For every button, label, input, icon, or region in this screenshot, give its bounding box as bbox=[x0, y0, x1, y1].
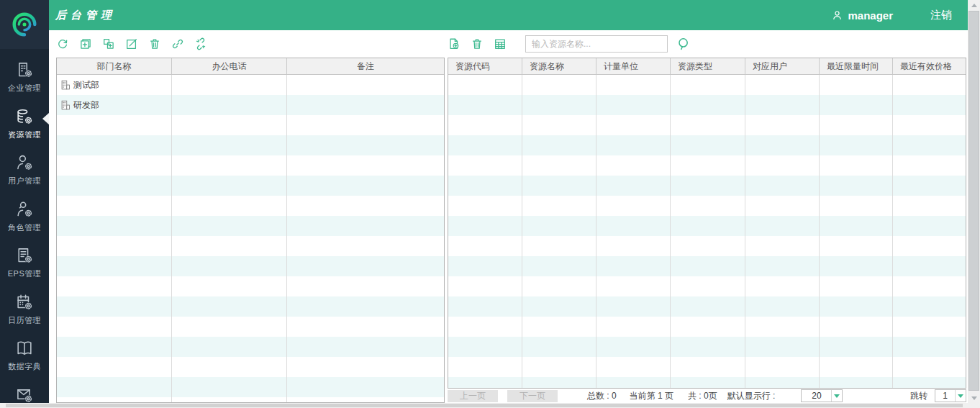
sidebar-item-label: 企业管理 bbox=[8, 83, 41, 94]
username[interactable]: manager bbox=[848, 9, 893, 22]
sidebar-item-label: 数据字典 bbox=[8, 361, 41, 372]
swirl-logo-icon bbox=[9, 9, 40, 40]
search-icon[interactable] bbox=[676, 37, 691, 51]
pagination-bar: 上一页 下一页 总数 : 0 当前第 1 页 共 : 0页 默认显示行 : 20… bbox=[448, 389, 966, 403]
column-divider bbox=[596, 75, 596, 388]
book-icon bbox=[15, 339, 34, 358]
column-divider bbox=[522, 75, 522, 388]
jump-page-select[interactable]: 1 bbox=[935, 389, 966, 402]
chevron-down-icon bbox=[955, 390, 966, 402]
jump-page-value: 1 bbox=[935, 391, 955, 401]
column-header[interactable]: 对应用户 bbox=[745, 58, 820, 74]
building-gear-icon bbox=[15, 60, 34, 79]
top-header: 后台管理 manager 注销 bbox=[49, 0, 968, 30]
resource-toolbar bbox=[448, 30, 966, 58]
resource-toolbar-icons bbox=[448, 37, 517, 50]
building-icon bbox=[60, 100, 71, 111]
sidebar: 企业管理 资源管理 用户管理 角色管理 EPS管理 日历管理 数据字典 邮件配置 bbox=[0, 0, 49, 408]
department-toolbar bbox=[56, 30, 445, 58]
sidebar-item-资源管理[interactable]: 资源管理 bbox=[0, 103, 49, 150]
sidebar-item-角色管理[interactable]: 角色管理 bbox=[0, 196, 49, 242]
sidebar-item-label: EPS管理 bbox=[8, 268, 42, 279]
sidebar-item-企业管理[interactable]: 企业管理 bbox=[0, 56, 49, 103]
sidebar-item-EPS管理[interactable]: EPS管理 bbox=[0, 242, 49, 289]
horizontal-scrollbar-thumb[interactable] bbox=[6, 404, 963, 407]
vertical-scrollbar[interactable] bbox=[968, 0, 980, 403]
calendar-gear-icon bbox=[15, 293, 34, 312]
column-divider bbox=[745, 75, 745, 388]
total-count-label: 总数 : 0 bbox=[587, 390, 617, 402]
building-icon bbox=[60, 80, 71, 91]
delete-icon[interactable] bbox=[471, 37, 484, 50]
vertical-scrollbar-thumb[interactable] bbox=[968, 11, 979, 391]
department-table-body: 测试部 研发部 bbox=[57, 75, 444, 402]
column-header[interactable]: 办公电话 bbox=[172, 58, 287, 74]
sidebar-item-日历管理[interactable]: 日历管理 bbox=[0, 289, 49, 335]
column-divider bbox=[819, 75, 820, 388]
mail-gear-icon bbox=[15, 386, 34, 404]
scroll-down-arrow-icon[interactable] bbox=[968, 393, 980, 403]
database-gear-icon bbox=[15, 107, 34, 126]
column-header[interactable]: 资源类型 bbox=[671, 58, 745, 74]
chevron-down-icon bbox=[831, 390, 842, 402]
sidebar-item-label: 角色管理 bbox=[8, 222, 41, 233]
rows-per-page-label: 默认显示行 : bbox=[727, 390, 776, 402]
page-count-label: 共 : 0页 bbox=[688, 390, 717, 402]
copy-add-icon[interactable] bbox=[102, 37, 115, 50]
unlink-icon[interactable] bbox=[194, 37, 207, 50]
page-size-value: 20 bbox=[802, 391, 831, 401]
refresh-icon[interactable] bbox=[56, 37, 69, 50]
resource-search-input[interactable] bbox=[525, 35, 668, 53]
next-page-button[interactable]: 下一页 bbox=[507, 390, 558, 402]
resource-table: 资源代码资源名称计量单位资源类型对应用户最近限量时间最近有效价格 bbox=[448, 58, 966, 389]
user-gear-icon bbox=[15, 153, 34, 172]
horizontal-scrollbar[interactable] bbox=[0, 403, 968, 408]
sidebar-item-数据字典[interactable]: 数据字典 bbox=[0, 335, 49, 381]
column-header[interactable]: 资源名称 bbox=[522, 58, 596, 74]
sidebar-item-label: 资源管理 bbox=[8, 130, 41, 140]
department-table-header: 部门名称办公电话备注 bbox=[57, 58, 444, 75]
column-divider bbox=[286, 75, 287, 402]
department-row[interactable]: 测试部 bbox=[57, 75, 444, 95]
user-icon bbox=[831, 9, 843, 22]
column-header[interactable]: 最近限量时间 bbox=[820, 58, 893, 74]
sidebar-item-用户管理[interactable]: 用户管理 bbox=[0, 149, 49, 196]
role-gear-icon bbox=[15, 200, 34, 219]
department-name: 研发部 bbox=[73, 99, 99, 112]
document-gear-icon bbox=[15, 246, 34, 265]
jump-label: 跳转 bbox=[910, 390, 927, 402]
add-doc-icon[interactable] bbox=[448, 37, 460, 50]
column-header[interactable]: 资源代码 bbox=[448, 58, 522, 74]
edit-icon[interactable] bbox=[125, 37, 138, 50]
department-table: 部门名称办公电话备注 测试部 研发部 bbox=[56, 58, 445, 403]
column-header[interactable]: 最近有效价格 bbox=[893, 58, 966, 74]
resource-panel: 资源代码资源名称计量单位资源类型对应用户最近限量时间最近有效价格 上一页 下一页… bbox=[448, 30, 966, 403]
logout-link[interactable]: 注销 bbox=[930, 9, 952, 22]
table-icon[interactable] bbox=[494, 37, 507, 50]
scrollbar-corner bbox=[968, 403, 980, 408]
page-title: 后台管理 bbox=[49, 9, 116, 22]
page-size-select[interactable]: 20 bbox=[801, 389, 843, 402]
department-panel: 部门名称办公电话备注 测试部 研发部 bbox=[56, 30, 445, 403]
app-window: 企业管理 资源管理 用户管理 角色管理 EPS管理 日历管理 数据字典 邮件配置… bbox=[0, 0, 980, 408]
column-header[interactable]: 计量单位 bbox=[596, 58, 671, 74]
resource-table-header: 资源代码资源名称计量单位资源类型对应用户最近限量时间最近有效价格 bbox=[448, 58, 966, 75]
column-header[interactable]: 备注 bbox=[287, 58, 444, 74]
scroll-up-arrow-icon[interactable] bbox=[968, 0, 980, 10]
link-icon[interactable] bbox=[171, 37, 184, 50]
app-logo[interactable] bbox=[0, 0, 49, 49]
delete-icon[interactable] bbox=[148, 37, 161, 50]
column-divider bbox=[670, 75, 671, 388]
prev-page-button[interactable]: 上一页 bbox=[448, 390, 498, 402]
sidebar-item-label: 用户管理 bbox=[8, 176, 41, 186]
add-icon[interactable] bbox=[79, 37, 92, 50]
department-row[interactable]: 研发部 bbox=[57, 95, 444, 115]
main-content: 部门名称办公电话备注 测试部 研发部 bbox=[49, 30, 968, 403]
user-area: manager 注销 bbox=[831, 9, 968, 22]
column-divider bbox=[171, 75, 172, 402]
sidebar-item-label: 日历管理 bbox=[8, 315, 41, 326]
department-name: 测试部 bbox=[73, 79, 99, 91]
sidebar-menu: 企业管理 资源管理 用户管理 角色管理 EPS管理 日历管理 数据字典 邮件配置 bbox=[0, 56, 49, 408]
column-header[interactable]: 部门名称 bbox=[57, 58, 172, 74]
resource-table-body bbox=[448, 75, 966, 388]
